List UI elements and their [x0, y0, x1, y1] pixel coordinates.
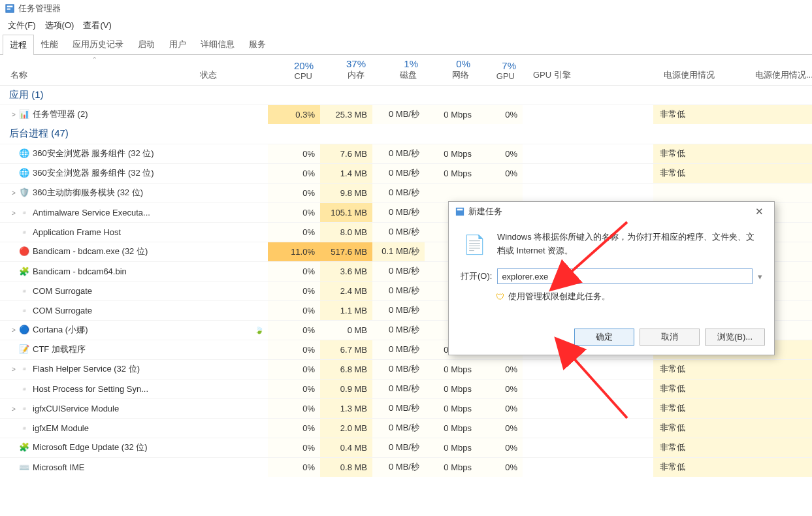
cancel-button[interactable]: 取消 [640, 329, 700, 346]
disk-cell: 0 MB/秒 [372, 183, 425, 202]
header-row[interactable]: ⌃名称 状态 20%CPU 37%内存 1%磁盘 0%网络 7%GPU GPU … [0, 55, 812, 85]
table-row[interactable]: >📊任务管理器 (2)0.3%25.3 MB0 MB/秒0 Mbps0%非常低 [0, 105, 812, 124]
col-power2[interactable]: 电源使用情况... [749, 69, 808, 81]
table-row[interactable]: 🧩Microsoft Edge Update (32 位)0%0.4 MB0 M… [0, 438, 812, 457]
engine-cell [523, 379, 653, 398]
browse-button[interactable]: 浏览(B)... [705, 329, 765, 346]
expand-icon[interactable]: > [9, 406, 18, 413]
process-name: Application Frame Host [33, 227, 121, 237]
menu-options[interactable]: 选项(O) [41, 18, 78, 33]
table-row[interactable]: ⌨️Microsoft IME0%0.8 MB0 MB/秒0 Mbps0%非常低 [0, 457, 812, 477]
col-engine[interactable]: GPU 引擎 [527, 69, 649, 81]
mem-cell: 1.1 MB [320, 300, 372, 320]
status-cell [189, 398, 268, 418]
power-cell: 非常低 [653, 457, 745, 477]
process-name: Microsoft IME [33, 462, 84, 472]
col-mem-pct: 37% [324, 58, 368, 69]
table-row[interactable]: ▫️igfxEM Module0%2.0 MB0 MB/秒0 Mbps0%非常低 [0, 418, 812, 438]
status-cell: 🍃 [189, 320, 268, 340]
net-cell: 0 Mbps [425, 457, 477, 477]
open-label: 打开(O): [461, 270, 492, 282]
tab-processes[interactable]: 进程 [3, 35, 34, 55]
tab-startup[interactable]: 启动 [131, 34, 162, 54]
col-mem[interactable]: 内存 [324, 69, 368, 81]
col-power[interactable]: 电源使用情况 [657, 69, 741, 81]
col-cpu[interactable]: CPU [272, 71, 316, 81]
col-net[interactable]: 网络 [429, 69, 473, 81]
process-icon: ▫️ [18, 227, 30, 237]
expand-icon[interactable]: > [9, 111, 18, 118]
table-row[interactable]: ▫️Host Process for Setting Syn...0%0.9 M… [0, 379, 812, 398]
status-cell [189, 438, 268, 457]
tab-details[interactable]: 详细信息 [193, 34, 242, 54]
ok-button[interactable]: 确定 [574, 329, 634, 346]
mem-cell: 0.9 MB [320, 379, 372, 398]
gpu-cell: 0% [477, 105, 523, 124]
expand-icon[interactable]: > [9, 189, 18, 197]
close-icon[interactable]: ✕ [751, 206, 768, 218]
table-row[interactable]: 🌐360安全浏览器 服务组件 (32 位)0%1.4 MB0 MB/秒0 Mbp… [0, 163, 812, 183]
process-icon: ▫️ [18, 423, 30, 433]
disk-cell: 0 MB/秒 [372, 300, 425, 320]
process-icon: 🌐 [18, 168, 30, 178]
disk-cell: 0 MB/秒 [372, 163, 425, 183]
col-net-pct: 0% [429, 58, 473, 69]
process-name: 任务管理器 (2) [33, 109, 88, 119]
col-status[interactable]: 状态 [193, 69, 264, 81]
expand-icon[interactable]: > [9, 366, 18, 373]
status-cell [189, 242, 268, 261]
col-name[interactable]: 名称 [4, 69, 186, 81]
tab-history[interactable]: 应用历史记录 [65, 34, 131, 54]
cpu-cell: 0% [268, 144, 320, 163]
new-task-dialog[interactable]: 新建任务 ✕ 📄 Windows 将根据你所键入的名称，为你打开相应的程序、文件… [448, 201, 775, 355]
expand-icon[interactable]: > [9, 327, 18, 334]
gpu-cell: 0% [477, 438, 523, 457]
cpu-cell: 0% [268, 457, 320, 477]
dialog-message: Windows 将根据你所键入的名称，为你打开相应的程序、文件夹、文档或 Int… [497, 231, 762, 258]
power-cell: 非常低 [653, 398, 745, 418]
tab-users[interactable]: 用户 [162, 34, 193, 54]
tab-services[interactable]: 服务 [242, 34, 273, 54]
mem-cell: 9.8 MB [320, 183, 372, 202]
net-cell: 0 Mbps [425, 379, 477, 398]
open-input[interactable] [497, 268, 753, 284]
menu-file[interactable]: 文件(F) [4, 18, 40, 33]
dialog-titlebar[interactable]: 新建任务 ✕ [449, 202, 774, 221]
col-disk[interactable]: 磁盘 [376, 69, 421, 81]
tab-performance[interactable]: 性能 [34, 34, 65, 54]
col-gpu[interactable]: GPU [481, 71, 519, 81]
power2-cell [745, 183, 812, 202]
table-row[interactable]: >▫️Flash Helper Service (32 位)0%6.8 MB0 … [0, 359, 812, 379]
engine-cell [523, 398, 653, 418]
mem-cell: 6.7 MB [320, 340, 372, 359]
table-row[interactable]: >🛡️360主动防御服务模块 (32 位)0%9.8 MB0 MB/秒 [0, 183, 812, 202]
menu-view[interactable]: 查看(V) [79, 18, 115, 33]
disk-cell: 0 MB/秒 [372, 261, 425, 281]
app-icon [5, 4, 14, 13]
cpu-cell: 0% [268, 202, 320, 222]
process-icon: 🔴 [18, 246, 30, 256]
disk-cell: 0 MB/秒 [372, 418, 425, 438]
power-cell: 非常低 [653, 144, 745, 163]
table-row[interactable]: >▫️igfxCUIService Module0%1.3 MB0 MB/秒0 … [0, 398, 812, 418]
expand-icon[interactable]: > [9, 210, 18, 217]
engine-cell [523, 418, 653, 438]
section-header[interactable]: 应用 (1) [0, 85, 812, 105]
disk-cell: 0 MB/秒 [372, 457, 425, 477]
dropdown-icon[interactable]: ▾ [758, 272, 762, 282]
section-header[interactable]: 后台进程 (47) [0, 124, 812, 144]
gpu-cell: 0% [477, 359, 523, 379]
status-cell [189, 105, 268, 124]
tabbar: 进程 性能 应用历史记录 启动 用户 详细信息 服务 [0, 34, 812, 55]
status-cell [189, 183, 268, 202]
titlebar[interactable]: 任务管理器 [0, 0, 812, 17]
power2-cell [745, 359, 812, 379]
status-cell [189, 359, 268, 379]
col-cpu-pct: 20% [272, 60, 316, 71]
process-name: 360安全浏览器 服务组件 (32 位) [33, 148, 154, 158]
engine-cell [523, 359, 653, 379]
net-cell: 0 Mbps [425, 438, 477, 457]
process-name: igfxCUIService Module [33, 404, 119, 413]
col-gpu-pct: 7% [481, 60, 519, 71]
table-row[interactable]: 🌐360安全浏览器 服务组件 (32 位)0%7.6 MB0 MB/秒0 Mbp… [0, 144, 812, 163]
